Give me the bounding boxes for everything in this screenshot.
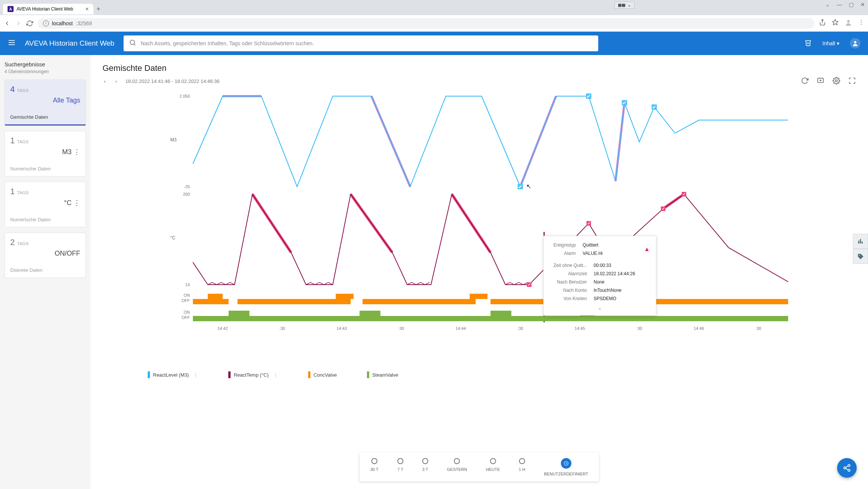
svg-line-64 [846,468,848,470]
svg-text:14:44: 14:44 [455,326,466,331]
svg-text::30: :30 [279,326,285,331]
tab-title: AVEVA Historian Client Web [17,6,73,12]
settings-icon[interactable] [833,77,840,86]
svg-line-63 [846,466,848,468]
legend-item[interactable]: ConcValve [308,371,337,378]
bookmark-icon[interactable] [832,19,839,28]
svg-line-7 [134,44,135,46]
range-option[interactable]: BENUTZERDEFINIERT [544,458,588,476]
refresh-chart-icon[interactable] [801,77,808,86]
hamburger-menu-icon[interactable] [8,38,16,48]
forward-button[interactable] [15,20,22,27]
edge-tab-bars-icon[interactable] [853,234,868,249]
search-icon [129,39,136,48]
fullscreen-icon[interactable] [848,77,856,86]
svg-rect-35 [336,294,353,299]
svg-rect-32 [362,299,475,304]
chrome-dropdown-icon[interactable]: ⌄ [825,2,830,8]
range-option[interactable]: GESTERN [447,458,467,476]
range-radio-icon [519,458,525,464]
range-option[interactable]: 1 H [519,458,525,476]
main-content: Gemischte Daten ‹ › 18.02.2022 14:41:46 … [90,55,868,489]
svg-point-62 [848,469,850,472]
new-tab-button[interactable]: + [96,5,101,13]
svg-marker-1 [833,19,838,25]
time-range-picker: 30 T7 T3 TGESTERNHEUTE1 HBENUTZERDEFINIE… [360,453,599,481]
svg-text:M3: M3 [170,137,177,143]
range-option[interactable]: 3 T [422,458,428,476]
close-tab-icon[interactable]: ✕ [85,6,89,12]
time-next-button[interactable]: › [114,77,118,86]
svg-text:14:42: 14:42 [217,326,228,331]
chart-legend: ReactLevel (M3)⋮ReactTemp (°C)⋮ConcValve… [102,368,856,378]
trend-chart[interactable]: -252.050M314200°CONOFFONOFF14:42:3014:43… [102,89,856,368]
tooltip-expand-icon[interactable]: ⌄ [550,305,650,311]
legend-menu-icon[interactable]: ⋮ [273,372,278,378]
svg-rect-36 [470,294,487,299]
svg-rect-34 [208,294,223,299]
svg-rect-57 [860,239,861,244]
sidebar-heading: Suchergebnisse [5,61,86,67]
svg-text:OFF: OFF [182,298,190,303]
account-icon[interactable] [850,38,860,49]
range-radio-icon [422,458,428,464]
back-button[interactable] [4,20,11,27]
delete-icon[interactable] [804,39,812,48]
sidebar-card-celsius[interactable]: 1TAGS °C ⋮ Numerische Daten [5,182,86,227]
svg-text:ON: ON [184,310,190,314]
svg-rect-31 [238,299,351,304]
time-prev-button[interactable]: ‹ [102,77,107,86]
favicon-icon: A [8,6,14,12]
legend-item[interactable]: ReactLevel (M3)⋮ [148,371,198,378]
svg-text:-25: -25 [184,184,190,189]
card-chip: Gemischte Daten [10,114,80,120]
alarm-triangle-icon: ▲ [644,246,650,253]
legend-swatch [367,371,369,378]
maximize-icon[interactable]: ▢ [849,2,854,8]
share-fab[interactable] [837,458,857,478]
svg-rect-39 [193,316,788,321]
sidebar-card-onoff[interactable]: 2TAGS ON/OFF Diskrete Daten [5,233,86,278]
card-label: Alle Tags [10,97,80,104]
card-count: 4 [10,84,15,94]
browser-menu-icon[interactable]: ⋮ [858,19,864,28]
extension-widget[interactable]: ▦▦⌄ [614,2,634,9]
legend-item[interactable]: SteamValve [367,371,398,378]
range-radio-icon [561,458,572,469]
share-page-icon[interactable] [819,19,826,28]
minimize-icon[interactable]: — [837,2,842,8]
search-input[interactable] [141,40,593,46]
svg-text::30: :30 [398,326,404,331]
svg-text:°C: °C [170,235,176,241]
search-box[interactable] [124,35,598,51]
reload-button[interactable] [26,20,33,27]
svg-rect-58 [862,242,863,244]
range-option[interactable]: 30 T [370,458,379,476]
sidebar-card-m3[interactable]: 1TAGS M3 ⋮ Numerische Daten [5,131,86,176]
range-radio-icon [371,458,377,464]
legend-item[interactable]: ReactTemp (°C)⋮ [228,371,278,378]
content-dropdown[interactable]: Inhalt ▾ [822,40,839,46]
svg-text::30: :30 [517,326,523,331]
svg-point-60 [848,464,850,467]
sidebar-card-all-tags[interactable]: 4TAGS Alle Tags Gemischte Daten [5,80,86,126]
site-info-icon[interactable]: i [43,20,49,26]
edge-tab-tag-icon[interactable] [853,249,868,264]
svg-rect-40 [229,311,249,316]
svg-text:14:46: 14:46 [694,326,704,331]
browser-tab[interactable]: A AVEVA Historian Client Web ✕ [3,4,93,14]
svg-point-12 [836,80,837,82]
range-option[interactable]: 7 T [397,458,403,476]
legend-menu-icon[interactable]: ⋮ [193,372,198,378]
svg-rect-41 [359,311,380,316]
chevron-down-icon: ▾ [837,40,839,46]
url-field[interactable]: i localhost:32569 [38,18,815,29]
chart-area[interactable]: -252.050M314200°CONOFFONOFF14:42:3014:43… [102,89,856,368]
app-title: AVEVA Historian Client Web [25,39,115,48]
profile-icon[interactable] [845,19,852,28]
range-option[interactable]: HEUTE [486,458,500,476]
url-host: localhost [52,20,73,26]
add-comment-icon[interactable] [817,77,824,86]
close-window-icon[interactable]: ✕ [860,2,865,8]
svg-point-59 [859,255,860,256]
